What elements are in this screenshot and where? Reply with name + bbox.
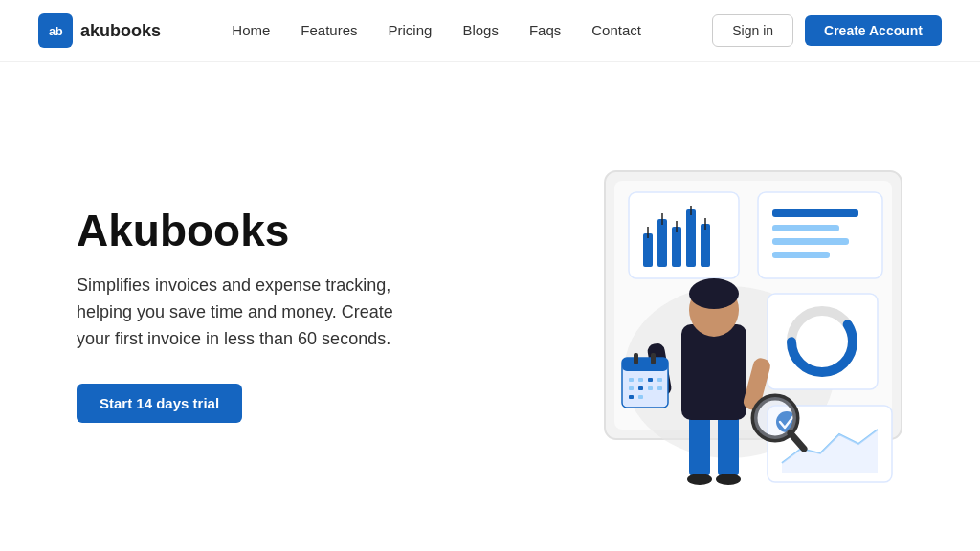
illustration-svg [480,114,940,516]
logo-text: akubooks [80,21,161,41]
svg-rect-36 [629,378,634,382]
nav-link-pricing[interactable]: Pricing [389,22,433,38]
svg-point-30 [689,278,739,309]
svg-rect-16 [772,225,839,231]
svg-rect-45 [638,395,643,399]
svg-rect-44 [629,395,634,399]
svg-rect-35 [651,353,656,364]
create-account-button[interactable]: Create Account [805,15,942,46]
signin-button[interactable]: Sign in [712,14,793,47]
nav-link-features[interactable]: Features [301,22,357,38]
svg-rect-33 [622,358,668,371]
nav-link-faqs[interactable]: Faqs [529,22,561,38]
svg-rect-18 [772,252,830,258]
navbar: ab akubooks Home Features Pricing Blogs … [0,0,980,62]
svg-rect-39 [657,378,662,382]
svg-rect-24 [689,410,710,477]
svg-rect-8 [701,224,710,267]
svg-rect-25 [718,410,739,477]
svg-rect-15 [772,209,858,217]
logo-area: ab akubooks [38,13,161,48]
svg-rect-4 [643,233,653,267]
trial-button[interactable]: Start 14 days trial [77,384,242,423]
hero-subtitle: Simplifies invoices and expense tracking… [77,273,421,353]
svg-rect-5 [657,219,667,267]
hero-title: Akubooks [77,207,479,255]
hero-illustration [479,81,942,548]
nav-link-blogs[interactable]: Blogs [462,22,499,38]
svg-point-27 [716,474,741,485]
svg-rect-6 [672,227,681,267]
nav-actions: Sign in Create Account [712,14,942,47]
svg-rect-38 [648,378,653,382]
svg-rect-42 [648,386,653,390]
svg-rect-43 [657,386,662,390]
hero-text: Akubooks Simplifies invoices and expense… [77,207,479,422]
nav-link-contact[interactable]: Contact [591,22,641,38]
svg-rect-28 [681,324,746,420]
svg-rect-7 [686,209,696,267]
svg-rect-34 [634,353,638,364]
svg-rect-17 [772,238,849,245]
nav-links: Home Features Pricing Blogs Faqs Contact [232,22,641,39]
logo-icon: ab [38,13,73,48]
svg-rect-41 [638,386,643,390]
svg-point-26 [687,474,712,485]
svg-rect-40 [629,386,634,390]
hero-section: Akubooks Simplifies invoices and expense… [0,62,980,548]
svg-rect-14 [758,192,882,278]
nav-link-home[interactable]: Home [232,22,270,38]
svg-rect-37 [638,378,643,382]
